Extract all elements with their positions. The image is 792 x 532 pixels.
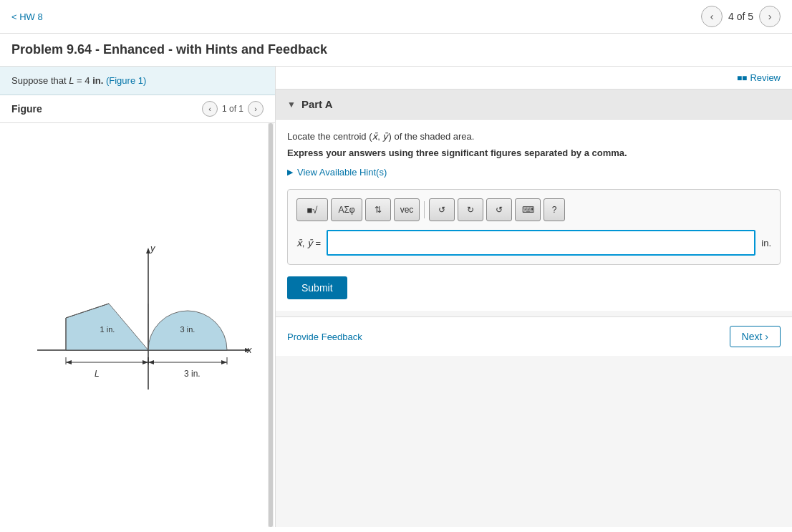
figure-header: Figure ‹ 1 of 1 › bbox=[0, 95, 275, 123]
toolbar-undo-btn[interactable]: ↺ bbox=[429, 198, 455, 221]
part-header[interactable]: ▼ Part A bbox=[276, 90, 792, 120]
unit-in: in. bbox=[92, 75, 103, 86]
svg-marker-20 bbox=[148, 360, 154, 364]
prev-problem-btn[interactable]: ‹ bbox=[701, 6, 723, 27]
answer-input[interactable] bbox=[327, 230, 755, 256]
review-icon: ■■ bbox=[737, 73, 748, 83]
figure-canvas: x y bbox=[0, 123, 275, 527]
part-header-title: Part A bbox=[301, 98, 333, 110]
refresh-icon: ↺ bbox=[496, 205, 503, 215]
bottom-bar: Provide Feedback Next › bbox=[276, 316, 792, 356]
vec-label: vec bbox=[400, 205, 414, 215]
part-section: ▼ Part A Locate the centroid (x̄, ȳ) of … bbox=[276, 90, 792, 311]
figure-page: 1 of 1 bbox=[222, 104, 243, 114]
part-description: Locate the centroid (x̄, ȳ) of the shade… bbox=[287, 131, 781, 142]
toolbar-radical-btn[interactable]: ■√ bbox=[296, 198, 328, 221]
svg-marker-14 bbox=[66, 360, 72, 364]
svg-text:y: y bbox=[150, 243, 156, 253]
toolbar-redo-btn[interactable]: ↻ bbox=[458, 198, 483, 221]
problem-context: Suppose that L = 4 in. (Figure 1) bbox=[0, 67, 275, 95]
next-problem-btn[interactable]: › bbox=[759, 6, 781, 27]
input-label: x̄, ȳ = bbox=[296, 238, 321, 248]
next-button[interactable]: Next › bbox=[730, 326, 781, 347]
top-nav: < HW 8 ‹ 4 of 5 › bbox=[0, 0, 792, 34]
svg-text:3 in.: 3 in. bbox=[184, 369, 201, 379]
toolbar: ■√ ΑΣφ ⇅ vec ↺ bbox=[296, 198, 771, 221]
x-bar: x̄ bbox=[372, 131, 378, 142]
keyboard-icon: ⌨ bbox=[522, 205, 534, 215]
svg-marker-21 bbox=[221, 360, 227, 364]
part-instruction: Express your answers using three signifi… bbox=[287, 147, 781, 158]
toolbar-vec-btn[interactable]: vec bbox=[394, 198, 420, 221]
figure-prev-btn[interactable]: ‹ bbox=[202, 101, 218, 117]
figure-section: Figure ‹ 1 of 1 › bbox=[0, 95, 275, 527]
figure-link[interactable]: (Figure 1) bbox=[106, 75, 146, 86]
toolbar-help-btn[interactable]: ? bbox=[544, 198, 565, 221]
figure-drawing: x y bbox=[23, 239, 252, 411]
toolbar-keyboard-btn[interactable]: ⌨ bbox=[515, 198, 541, 221]
nav-controls: ‹ 4 of 5 › bbox=[701, 6, 781, 27]
undo-icon: ↺ bbox=[438, 205, 445, 215]
figure-title: Figure bbox=[11, 103, 42, 115]
left-panel: Suppose that L = 4 in. (Figure 1) Figure… bbox=[0, 67, 276, 527]
hint-label: View Available Hint(s) bbox=[297, 167, 387, 178]
figure-next-btn[interactable]: › bbox=[248, 101, 264, 117]
next-label: Next bbox=[742, 331, 763, 342]
input-unit: in. bbox=[761, 238, 771, 248]
review-bar: ■■ Review bbox=[276, 67, 792, 90]
review-label: Review bbox=[750, 72, 781, 83]
redo-icon: ↻ bbox=[467, 205, 474, 215]
greek-icon: ΑΣφ bbox=[338, 205, 354, 215]
svg-text:L: L bbox=[95, 369, 100, 379]
submit-button[interactable]: Submit bbox=[287, 276, 347, 299]
variable-L: L bbox=[69, 75, 74, 86]
back-link[interactable]: < HW 8 bbox=[11, 11, 43, 22]
updown-icon: ⇅ bbox=[375, 205, 382, 215]
y-bar: ȳ bbox=[382, 131, 388, 142]
problem-title: Problem 9.64 - Enhanced - with Hints and… bbox=[0, 34, 792, 67]
toolbar-updown-btn[interactable]: ⇅ bbox=[365, 198, 391, 221]
page-indicator: 4 of 5 bbox=[728, 11, 753, 22]
part-body: Locate the centroid (x̄, ȳ) of the shade… bbox=[276, 120, 792, 311]
svg-text:1 in.: 1 in. bbox=[100, 325, 115, 334]
next-arrow-icon: › bbox=[765, 331, 768, 342]
part-collapse-icon: ▼ bbox=[287, 100, 296, 110]
figure-nav: ‹ 1 of 1 › bbox=[202, 101, 264, 117]
toolbar-separator bbox=[424, 201, 425, 218]
right-panel: ■■ Review ▼ Part A Locate the centroid (… bbox=[276, 67, 792, 527]
review-link[interactable]: ■■ Review bbox=[737, 72, 781, 83]
figure-svg: x y bbox=[0, 123, 275, 527]
svg-marker-15 bbox=[143, 360, 148, 364]
toolbar-refresh-btn[interactable]: ↺ bbox=[486, 198, 512, 221]
input-row: x̄, ȳ = in. bbox=[296, 230, 771, 256]
feedback-link[interactable]: Provide Feedback bbox=[287, 332, 362, 342]
hint-arrow-icon: ▶ bbox=[287, 168, 293, 177]
radical-icon: ■√ bbox=[307, 205, 318, 216]
answer-box: ■√ ΑΣφ ⇅ vec ↺ bbox=[287, 189, 781, 265]
toolbar-greek-btn[interactable]: ΑΣφ bbox=[331, 198, 362, 221]
svg-text:3 in.: 3 in. bbox=[180, 325, 195, 334]
svg-text:x: x bbox=[246, 344, 252, 355]
help-icon: ? bbox=[552, 205, 557, 215]
hint-link[interactable]: ▶ View Available Hint(s) bbox=[287, 167, 781, 178]
main-layout: Suppose that L = 4 in. (Figure 1) Figure… bbox=[0, 67, 792, 527]
